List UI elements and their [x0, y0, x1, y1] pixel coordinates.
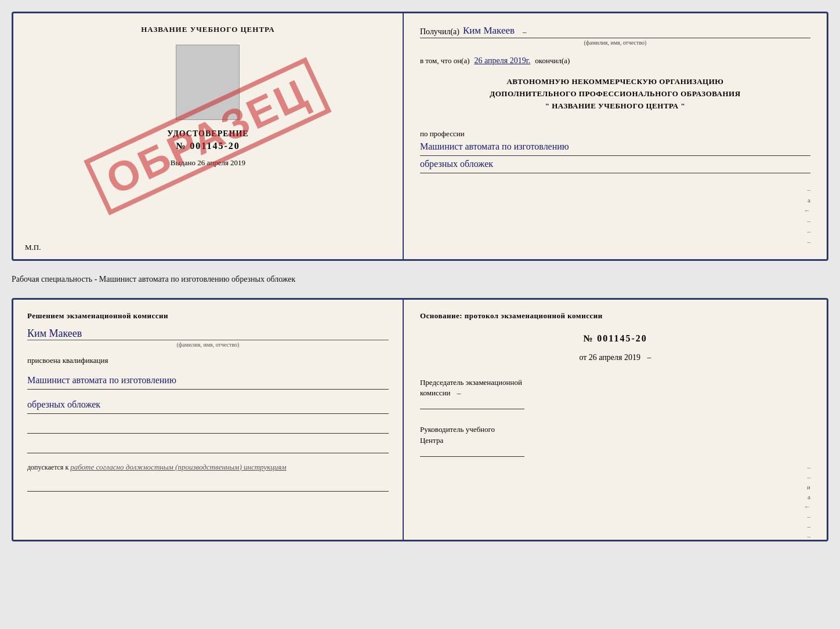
doc-left-bottom: Решением экзаменационной комиссии Ким Ма… — [13, 300, 404, 540]
received-prefix: Получил(а) — [420, 27, 459, 37]
protocol-number: № 001145-20 — [420, 333, 810, 344]
document-top: НАЗВАНИЕ УЧЕБНОГО ЦЕНТРА УДОСТОВЕРЕНИЕ №… — [12, 12, 828, 261]
doc-right-bottom: Основание: протокол экзаменационной коми… — [404, 300, 827, 540]
profession-block: по профессии Машинист автомата по изгото… — [420, 125, 810, 173]
basis-text: Основание: протокол экзаменационной коми… — [420, 311, 810, 321]
date-suffix: окончил(а) — [535, 56, 570, 66]
director-text: Руководитель учебного Центра — [420, 425, 495, 444]
middle-description: Рабочая специальность - Машинист автомат… — [12, 270, 828, 289]
signature-line-3 — [27, 480, 389, 492]
org-line2: ДОПОЛНИТЕЛЬНОГО ПРОФЕССИОНАЛЬНОГО ОБРАЗО… — [420, 88, 810, 100]
page-wrapper: НАЗВАНИЕ УЧЕБНОГО ЦЕНТРА УДОСТОВЕРЕНИЕ №… — [12, 12, 828, 541]
cert-label: УДОСТОВЕРЕНИЕ — [167, 129, 248, 139]
director-signature-line — [420, 456, 524, 457]
org-line3: " НАЗВАНИЕ УЧЕБНОГО ЦЕНТРА " — [420, 100, 810, 112]
allowed-prefix: допускается к — [27, 463, 68, 471]
profession-line2: обрезных обложек — [420, 156, 810, 173]
document-bottom: Решением экзаменационной комиссии Ким Ма… — [12, 298, 828, 541]
recipient-name: Ким Макеев — [463, 25, 515, 37]
received-block: Получил(а) Ким Макеев – (фамилия, имя, о… — [420, 25, 810, 46]
issued-date: 26 апреля 2019 — [197, 158, 245, 167]
right-edge-marks: – а ← – – – — [420, 186, 810, 248]
allowed-text: работе согласно должностным (производств… — [70, 463, 286, 471]
photo-placeholder — [176, 45, 240, 120]
cert-number: № 001145-20 — [176, 141, 240, 151]
date-prefix: в том, что он(а) — [420, 56, 470, 66]
person-name: Ким Макеев — [27, 328, 389, 340]
allowed-block: допускается к работе согласно должностны… — [27, 463, 389, 472]
received-line: Получил(а) Ким Макеев – — [420, 25, 810, 38]
profession-line1: Машинист автомата по изготовлению — [420, 139, 810, 156]
doc-left-top: НАЗВАНИЕ УЧЕБНОГО ЦЕНТРА УДОСТОВЕРЕНИЕ №… — [13, 13, 404, 259]
qualification-line2: обрезных обложек — [27, 397, 389, 414]
chairman-signature-line — [420, 409, 524, 409]
date-line: в том, что он(а) 26 апреля 2019г. окончи… — [420, 56, 810, 66]
decision-text: Решением экзаменационной комиссии — [27, 311, 389, 321]
chairman-text: Председатель экзаменационной комиссии — [420, 378, 522, 397]
signature-line-1 — [27, 422, 389, 434]
qualification-line1: Машинист автомата по изготовлению — [27, 372, 389, 390]
fio-sub-bottom: (фамилия, имя, отчество) — [27, 340, 389, 348]
fio-label-top: (фамилия, имя, отчество) — [420, 39, 810, 46]
person-block: Ким Макеев (фамилия, имя, отчество) — [27, 325, 389, 348]
right-edge-marks-bottom: – – и а ← – – – — [420, 464, 810, 540]
protocol-date-prefix: от — [579, 353, 586, 362]
date-value: 26 апреля 2019г. — [475, 56, 531, 66]
mp-label: М.П. — [25, 243, 41, 252]
dash-after-name: – — [523, 27, 527, 37]
org-line1: АВТОНОМНУЮ НЕКОММЕРЧЕСКУЮ ОРГАНИЗАЦИЮ — [420, 76, 810, 88]
signature-line-2 — [27, 442, 389, 453]
issued-text: Выдано — [171, 158, 195, 167]
profession-label: по профессии — [420, 129, 810, 139]
doc-right-top: Получил(а) Ким Макеев – (фамилия, имя, о… — [404, 13, 827, 259]
issued-line: Выдано 26 апреля 2019 — [171, 158, 245, 168]
qualification-label: присвоена квалификация — [27, 356, 389, 365]
protocol-date-value: 26 апреля 2019 — [589, 353, 640, 362]
training-center-title-left: НАЗВАНИЕ УЧЕБНОГО ЦЕНТРА — [141, 25, 275, 34]
protocol-date-dash: – — [647, 353, 651, 362]
protocol-date: от 26 апреля 2019 – — [420, 353, 810, 362]
director-label: Руководитель учебного Центра — [420, 424, 810, 445]
chairman-label: Председатель экзаменационной комиссии – — [420, 377, 810, 398]
org-block: АВТОНОМНУЮ НЕКОММЕРЧЕСКУЮ ОРГАНИЗАЦИЮ ДО… — [420, 76, 810, 112]
